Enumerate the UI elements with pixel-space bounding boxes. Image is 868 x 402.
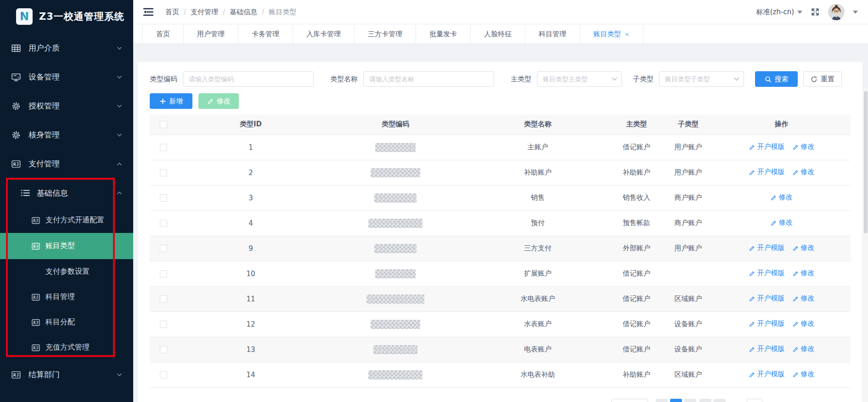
- row-checkbox[interactable]: [160, 245, 167, 252]
- language-label: 标准(zh-cn): [756, 8, 794, 17]
- edit-link[interactable]: 修改: [770, 218, 793, 227]
- open-template-link[interactable]: 开户模版: [749, 294, 785, 303]
- sidebar-item-结算部门[interactable]: 结算部门: [0, 360, 133, 389]
- cell-type-code: [324, 261, 467, 286]
- open-template-link[interactable]: 开户模版: [749, 370, 785, 379]
- breadcrumb-item[interactable]: 账目类型: [269, 8, 296, 17]
- row-checkbox[interactable]: [160, 169, 167, 176]
- sidebar-item-设备管理[interactable]: 设备管理: [0, 62, 133, 91]
- redacted-code-block: [375, 143, 416, 152]
- sidebar-item-基础信息[interactable]: 基础信息: [0, 178, 133, 208]
- cell-type-id: 2: [177, 160, 324, 185]
- page-size-select[interactable]: [611, 399, 648, 402]
- chevron-down-icon: [117, 75, 122, 79]
- row-checkbox[interactable]: [160, 194, 167, 202]
- edit-link[interactable]: 修改: [792, 168, 815, 176]
- search-button[interactable]: 搜索: [755, 71, 798, 87]
- tab-人脸特征[interactable]: 人脸特征: [471, 24, 525, 44]
- filter-code-input[interactable]: [183, 71, 314, 87]
- edit-link[interactable]: 修改: [770, 193, 793, 202]
- row-checkbox[interactable]: [160, 220, 167, 227]
- pagination-next-button[interactable]: [714, 399, 726, 402]
- cell-sub-type: 设备账户: [664, 311, 712, 337]
- open-template-link[interactable]: 开户模版: [749, 243, 785, 252]
- sidebar-item-授权管理[interactable]: 授权管理: [0, 91, 133, 120]
- breadcrumb-item[interactable]: 首页: [165, 8, 179, 17]
- cell-main-type: 外部账户: [609, 236, 664, 261]
- pagination-page-button[interactable]: [684, 399, 696, 402]
- cell-sub-type: [664, 261, 712, 286]
- reset-button[interactable]: 重置: [803, 71, 842, 87]
- row-checkbox[interactable]: [160, 295, 167, 303]
- row-checkbox[interactable]: [160, 371, 167, 379]
- scrollbar-thumb[interactable]: [864, 91, 868, 233]
- sidebar-item-核身管理[interactable]: 核身管理: [0, 120, 133, 149]
- tab-科目管理[interactable]: 科目管理: [525, 24, 580, 44]
- sidebar-item-label: 核身管理: [28, 130, 60, 140]
- pagination-page-button-active[interactable]: [670, 399, 682, 402]
- top-right-controls: 标准(zh-cn): [756, 4, 858, 20]
- user-menu-caret-icon[interactable]: [853, 11, 858, 14]
- tab-close-icon[interactable]: ×: [625, 31, 630, 38]
- open-template-link[interactable]: 开户模版: [749, 319, 785, 328]
- pagination-jump-input[interactable]: [747, 399, 762, 402]
- scrollbar[interactable]: [863, 88, 868, 402]
- tab-批量发卡[interactable]: 批量发卡: [416, 24, 471, 44]
- edit-link[interactable]: 修改: [792, 142, 815, 151]
- tab-入库卡管理[interactable]: 入库卡管理: [293, 24, 355, 44]
- select-all-checkbox[interactable]: [160, 121, 167, 128]
- filter-name-input[interactable]: [363, 71, 494, 87]
- tab-首页[interactable]: 首页: [142, 24, 184, 44]
- sidebar-item-支付管理[interactable]: 支付管理: [0, 149, 133, 178]
- collapse-menu-icon[interactable]: [143, 8, 153, 16]
- pagination-page-button[interactable]: [699, 399, 711, 402]
- op-link-label: 修改: [801, 370, 815, 379]
- sidebar-subitem-科目分配[interactable]: 科目分配: [0, 310, 133, 335]
- sidebar-subitem-账目类型[interactable]: 账目类型: [0, 233, 133, 259]
- breadcrumb-item[interactable]: 基础信息: [230, 8, 257, 17]
- idcard-icon: [31, 343, 40, 352]
- pencil-icon: [207, 98, 214, 105]
- edit-link[interactable]: 修改: [792, 294, 815, 303]
- edit-link[interactable]: 修改: [792, 370, 815, 379]
- sidebar-subitem-支付方式开通配置[interactable]: 支付方式开通配置: [0, 208, 133, 233]
- tab-卡务管理[interactable]: 卡务管理: [238, 24, 293, 44]
- row-checkbox[interactable]: [160, 270, 167, 277]
- row-checkbox[interactable]: [160, 144, 167, 151]
- open-template-link[interactable]: 开户模版: [749, 168, 785, 176]
- filter-sub-select[interactable]: [659, 71, 744, 87]
- language-selector[interactable]: 标准(zh-cn): [756, 8, 802, 17]
- avatar[interactable]: [828, 4, 845, 20]
- edit-link[interactable]: 修改: [792, 243, 815, 252]
- tab-用户管理[interactable]: 用户管理: [184, 24, 238, 44]
- add-button[interactable]: 新增: [150, 93, 192, 109]
- op-link-label: 修改: [801, 269, 815, 277]
- sidebar-item-用户介质[interactable]: 用户介质: [0, 34, 133, 62]
- tab-账目类型[interactable]: 账目类型×: [580, 24, 643, 44]
- sidebar-item-label: 用户介质: [28, 43, 60, 53]
- open-template-link[interactable]: 开户模版: [749, 269, 785, 277]
- row-checkbox[interactable]: [160, 346, 167, 353]
- row-checkbox[interactable]: [160, 321, 167, 328]
- breadcrumb-separator: /: [262, 8, 264, 16]
- edit-link[interactable]: 修改: [792, 269, 815, 277]
- pencil-icon: [749, 270, 755, 277]
- cell-type-code: [324, 362, 467, 387]
- edit-link[interactable]: 修改: [792, 345, 815, 353]
- breadcrumb-item[interactable]: 支付管理: [191, 8, 218, 17]
- filter-main-select[interactable]: [537, 71, 622, 87]
- gear-icon: [11, 101, 21, 111]
- sidebar-subitem-充值方式管理[interactable]: 充值方式管理: [0, 335, 133, 360]
- open-template-link[interactable]: 开户模版: [749, 345, 785, 353]
- cell-type-code: [324, 311, 467, 337]
- fullscreen-icon[interactable]: [811, 7, 820, 17]
- tab-三方卡管理[interactable]: 三方卡管理: [355, 24, 416, 44]
- open-template-link[interactable]: 开户模版: [749, 142, 785, 151]
- edit-link[interactable]: 修改: [792, 319, 815, 328]
- edit-button-disabled[interactable]: 修改: [198, 93, 239, 109]
- pagination-prev-button[interactable]: [656, 399, 668, 402]
- sidebar-item-label: 设备管理: [28, 72, 60, 82]
- sidebar-subitem-科目管理[interactable]: 科目管理: [0, 284, 133, 310]
- sidebar-subitem-支付参数设置[interactable]: 支付参数设置: [0, 259, 133, 284]
- tab-label: 批量发卡: [429, 30, 457, 39]
